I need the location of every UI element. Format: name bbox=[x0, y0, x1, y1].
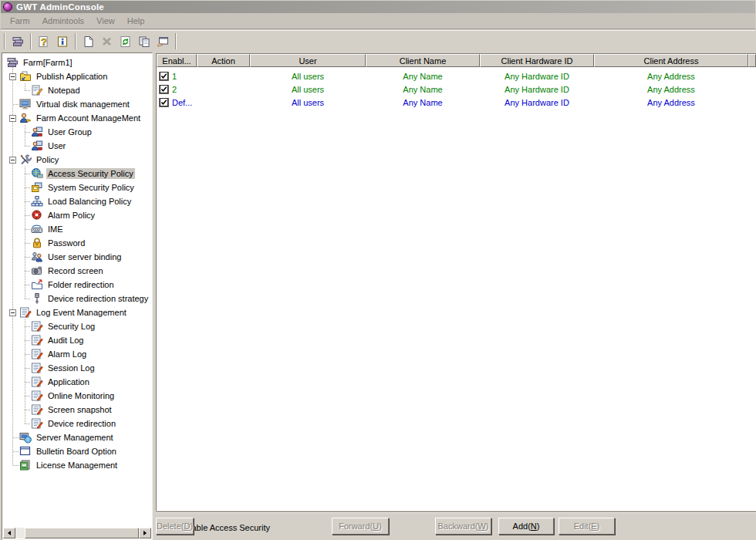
menu-help[interactable]: Help bbox=[121, 15, 151, 28]
farm-console-button[interactable] bbox=[8, 32, 27, 50]
tree-item-farm-account-management[interactable]: Farm Account ManageMent bbox=[3, 111, 151, 125]
properties-button[interactable] bbox=[154, 32, 172, 50]
tree-item-user-server-binding[interactable]: User server binding bbox=[3, 250, 151, 264]
row-enabled-checkbox[interactable] bbox=[160, 72, 168, 80]
tree-guide-line bbox=[25, 139, 25, 146]
tree-guide-line bbox=[12, 292, 13, 305]
tree-hscrollbar[interactable] bbox=[3, 528, 151, 538]
row-enabled-checkbox[interactable] bbox=[160, 98, 168, 106]
tree-item-device-redirection-strategy[interactable]: Device redirection strategy bbox=[3, 292, 151, 305]
tree-item-online-monitoring[interactable]: Online Monitoring bbox=[3, 389, 151, 403]
tree-item-system-security-policy[interactable]: System Security Policy bbox=[3, 181, 151, 194]
backward-button[interactable]: Backward(W) bbox=[435, 518, 491, 535]
tree-item-bulletin-board-option[interactable]: Bulletin Board Option bbox=[3, 444, 151, 458]
tree-collapse-icon[interactable] bbox=[9, 115, 16, 122]
farm-server-icon bbox=[6, 56, 19, 69]
tree-item-label: Online Monitoring bbox=[46, 390, 116, 401]
edit-button[interactable]: Edit(E) bbox=[559, 518, 615, 535]
tree-guide-line bbox=[25, 340, 30, 341]
tree-collapse-icon[interactable] bbox=[9, 157, 16, 164]
tree-guide-line bbox=[25, 146, 30, 147]
log-icon bbox=[31, 390, 43, 402]
help-button[interactable]: ? bbox=[35, 32, 53, 50]
cell-client-name: Any Name bbox=[366, 85, 480, 94]
tree-item-audit-log[interactable]: Audit Log bbox=[3, 333, 151, 347]
about-button[interactable] bbox=[53, 32, 72, 50]
column-header-client-address[interactable]: Client Address bbox=[594, 54, 748, 67]
tree-item-screen-snapshot[interactable]: Screen snapshot bbox=[3, 403, 151, 417]
triangle-left-icon bbox=[8, 531, 11, 535]
delete-button[interactable]: Delete(D) bbox=[156, 518, 194, 535]
tree-item-label: Password bbox=[46, 238, 86, 248]
cell-client-hardware-id: Any Hardware ID bbox=[480, 85, 594, 94]
title-bar: GWT AdminConsole bbox=[1, 1, 755, 13]
tree-item-record-screen[interactable]: Record screen bbox=[3, 264, 151, 278]
column-header-filler[interactable] bbox=[748, 54, 756, 67]
table-row[interactable]: 1All usersAny NameAny Hardware IDAny Add… bbox=[157, 69, 756, 83]
delete-button[interactable] bbox=[98, 32, 116, 50]
license-icon bbox=[19, 459, 32, 471]
tree-item-user-group[interactable]: User Group bbox=[3, 125, 151, 139]
column-header-client-hardware-id[interactable]: Client Hardware ID bbox=[480, 54, 594, 67]
tree-guide-line bbox=[25, 368, 30, 369]
cell-user: All users bbox=[250, 85, 366, 94]
tree-item-license-management[interactable]: License Management bbox=[3, 458, 151, 472]
tree-item-log-event-management[interactable]: Log Event Management bbox=[3, 305, 151, 319]
refresh-button[interactable] bbox=[116, 32, 135, 50]
menu-bar: FarmAdmintoolsViewHelp bbox=[1, 13, 755, 29]
column-header-user[interactable]: User bbox=[250, 54, 366, 67]
tree-item-notepad[interactable]: Notepad bbox=[3, 83, 151, 97]
tree-item-application[interactable]: Application bbox=[3, 375, 151, 389]
scroll-left-button[interactable] bbox=[3, 528, 15, 538]
tree-item-security-log[interactable]: Security Log bbox=[3, 319, 151, 333]
tree-item-user[interactable]: User bbox=[3, 139, 151, 153]
column-header-action[interactable]: Action bbox=[197, 54, 250, 67]
tree-item-label: Notepad bbox=[46, 85, 82, 96]
tree-item-access-security-policy[interactable]: Access Security Policy bbox=[3, 167, 151, 181]
tree-item-device-redirection[interactable]: Device redirection bbox=[3, 417, 151, 430]
table-row[interactable]: 2All usersAny NameAny Hardware IDAny Add… bbox=[157, 83, 756, 96]
menu-admintools[interactable]: Admintools bbox=[36, 15, 90, 28]
tree-item-virtual-disk-management[interactable]: Virtual disk management bbox=[3, 97, 151, 111]
row-enabled-checkbox[interactable] bbox=[160, 85, 168, 93]
table-row[interactable]: Def...All usersAny NameAny Hardware IDAn… bbox=[157, 96, 756, 109]
tree-item-alarm-policy[interactable]: Alarm Policy bbox=[3, 208, 151, 222]
tree-item-label: Farm[Farm1] bbox=[22, 57, 74, 68]
column-header-client-name[interactable]: Client Name bbox=[366, 54, 480, 67]
menu-farm[interactable]: Farm bbox=[4, 15, 36, 28]
tree-item-publish-application[interactable]: Publish Application bbox=[3, 69, 151, 83]
tree-collapse-icon[interactable] bbox=[9, 73, 16, 80]
tree-guide-line bbox=[25, 257, 30, 258]
menu-view[interactable]: View bbox=[90, 15, 121, 28]
tree-guide-line bbox=[25, 271, 30, 272]
content-area: Enabl...ActionUserClient NameClient Hard… bbox=[154, 52, 756, 540]
tree-guide-line bbox=[25, 132, 30, 133]
tree-item-password[interactable]: Password bbox=[3, 236, 151, 250]
tree-item-farm-farm1[interactable]: Farm[Farm1] bbox=[3, 56, 151, 69]
tree-guide-line bbox=[12, 375, 13, 389]
tree-item-policy[interactable]: Policy bbox=[3, 153, 151, 167]
add-button[interactable]: Add(N) bbox=[498, 518, 554, 535]
scroll-right-button[interactable] bbox=[139, 528, 151, 538]
column-header-enabl[interactable]: Enabl... bbox=[157, 54, 197, 67]
tree-item-load-balancing-policy[interactable]: Load Balancing Policy bbox=[3, 194, 151, 208]
tree-item-label: Alarm Log bbox=[46, 349, 88, 359]
tree-item-ime[interactable]: IME bbox=[3, 222, 151, 236]
scroll-thumb[interactable] bbox=[25, 528, 139, 538]
tree-collapse-icon[interactable] bbox=[9, 309, 16, 316]
new-button[interactable] bbox=[79, 32, 98, 50]
forward-button[interactable]: Forward(U) bbox=[332, 518, 389, 535]
tree-item-label: Access Security Policy bbox=[46, 168, 135, 179]
scroll-track[interactable] bbox=[15, 528, 25, 538]
tree-guide-line bbox=[25, 299, 30, 299]
tree-item-server-management[interactable]: Server Management bbox=[3, 430, 151, 444]
tree-item-alarm-log[interactable]: Alarm Log bbox=[3, 347, 151, 361]
app-icon bbox=[3, 2, 12, 12]
cell-client-hardware-id: Any Hardware ID bbox=[480, 72, 594, 81]
tree-guide-line bbox=[12, 403, 13, 417]
tree-item-folder-redirection[interactable]: Folder redirection bbox=[3, 278, 151, 292]
tree-guide-line bbox=[12, 181, 13, 194]
tree-item-session-log[interactable]: Session Log bbox=[3, 361, 151, 375]
copy-button[interactable] bbox=[135, 32, 154, 50]
tree-item-label: Screen snapshot bbox=[46, 404, 113, 415]
